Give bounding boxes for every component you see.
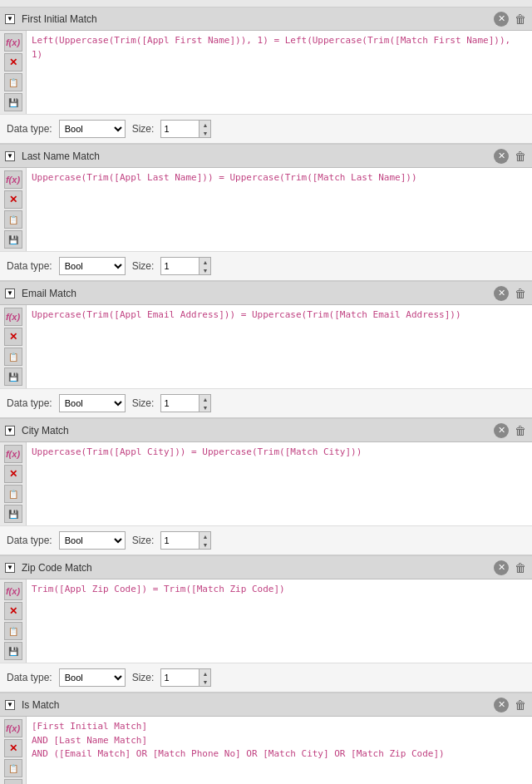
size-spin-city-match: ▲ ▼ [199, 532, 210, 549]
section-header-last-name-match: ▼ Last Name Match ✕ 🗑 [0, 145, 532, 168]
section-email-match: ▼ Email Match ✕ 🗑 f(x) ✕ 📋 💾 Uppercase(T… [0, 282, 532, 419]
size-input-email-match[interactable] [161, 395, 199, 412]
size-spin-down-first-initial-match[interactable]: ▼ [200, 129, 210, 137]
size-spin-down-zip-code-match[interactable]: ▼ [200, 678, 210, 686]
size-label-city-match: Size: [132, 535, 155, 546]
fx-button-city-match[interactable]: f(x) [4, 445, 22, 463]
size-input-city-match[interactable] [161, 532, 199, 549]
paste-button-city-match[interactable]: 📋 [4, 485, 22, 503]
formula-area-is-match[interactable]: [First Initial Match] AND [Last Name Mat… [27, 717, 532, 784]
clear-expr-button-city-match[interactable]: ✕ [4, 465, 22, 483]
expand-icon[interactable]: ▼ [3, 424, 17, 437]
size-spin-first-initial-match: ▲ ▼ [199, 121, 210, 137]
data-type-label-city-match: Data type: [7, 535, 52, 546]
delete-button-first-initial-match[interactable]: 🗑 [512, 11, 529, 27]
formula-text-last-name-match: Uppercase(Trim([Appl Last Name])) = Uppe… [32, 171, 527, 185]
clear-button-is-match[interactable]: ✕ [494, 698, 509, 713]
size-input-last-name-match[interactable] [161, 258, 199, 274]
formula-area-last-name-match[interactable]: Uppercase(Trim([Appl Last Name])) = Uppe… [27, 168, 532, 251]
chevron-icon: ▼ [5, 700, 15, 710]
paste-button-is-match[interactable]: 📋 [4, 759, 22, 777]
fx-button-email-match[interactable]: f(x) [4, 308, 22, 326]
section-body-city-match: f(x) ✕ 📋 💾 Uppercase(Trim([Appl City])) … [0, 442, 532, 525]
fx-button-first-initial-match[interactable]: f(x) [4, 33, 22, 52]
data-type-select-zip-code-match[interactable]: Bool String Int Float [59, 668, 126, 687]
section-body-email-match: f(x) ✕ 📋 💾 Uppercase(Trim([Appl Email Ad… [0, 305, 532, 388]
fx-button-is-match[interactable]: f(x) [4, 719, 22, 737]
size-spin-zip-code-match: ▲ ▼ [199, 669, 210, 686]
data-type-select-first-initial-match[interactable]: Bool String Int Float [59, 120, 126, 138]
expand-icon[interactable]: ▼ [3, 698, 17, 712]
expand-icon[interactable]: ▼ [3, 561, 17, 574]
clear-expr-button-zip-code-match[interactable]: ✕ [4, 602, 22, 620]
section-first-initial-match: ▼ First Initial Match ✕ 🗑 f(x) ✕ 📋 💾 Lef… [0, 7, 532, 145]
size-spin-down-email-match[interactable]: ▼ [200, 403, 210, 412]
paste-button-email-match[interactable]: 📋 [4, 348, 22, 366]
size-spin-down-city-match[interactable]: ▼ [200, 540, 210, 549]
save-button-last-name-match[interactable]: 💾 [4, 230, 22, 249]
clear-expr-button-is-match[interactable]: ✕ [4, 739, 22, 757]
clear-button-email-match[interactable]: ✕ [494, 286, 509, 301]
formula-text-city-match: Uppercase(Trim([Appl City])) = Uppercase… [32, 446, 527, 460]
fx-button-last-name-match[interactable]: f(x) [4, 170, 22, 189]
paste-button-first-initial-match[interactable]: 📋 [4, 73, 22, 91]
fx-button-zip-code-match[interactable]: f(x) [4, 582, 22, 600]
save-button-zip-code-match[interactable]: 💾 [4, 642, 22, 660]
section-header-zip-code-match: ▼ Zip Code Match ✕ 🗑 [0, 556, 532, 579]
data-type-label-first-initial-match: Data type: [7, 123, 52, 135]
size-input-wrap-email-match: ▲ ▼ [160, 394, 211, 412]
size-spin-up-email-match[interactable]: ▲ [200, 395, 210, 403]
delete-button-zip-code-match[interactable]: 🗑 [512, 560, 529, 576]
data-type-row-city-match: Data type: Bool String Int Float Size: ▲… [0, 525, 532, 555]
clear-button-last-name-match[interactable]: ✕ [494, 149, 509, 164]
expand-icon[interactable]: ▼ [3, 287, 17, 300]
size-label-zip-code-match: Size: [132, 672, 155, 683]
data-type-select-last-name-match[interactable]: Bool String Int Float [59, 257, 126, 275]
section-is-match: ▼ Is Match ✕ 🗑 f(x) ✕ 📋 💾 [First Initial… [0, 693, 532, 784]
section-body-first-initial-match: f(x) ✕ 📋 💾 Left(Uppercase(Trim([Appl Fir… [0, 31, 532, 114]
size-spin-up-city-match[interactable]: ▲ [200, 532, 210, 540]
chevron-icon: ▼ [5, 14, 15, 24]
paste-button-zip-code-match[interactable]: 📋 [4, 622, 22, 640]
data-type-select-email-match[interactable]: Bool String Int Float [59, 394, 126, 412]
formula-area-city-match[interactable]: Uppercase(Trim([Appl City])) = Uppercase… [27, 442, 532, 525]
size-input-zip-code-match[interactable] [161, 669, 199, 686]
save-button-first-initial-match[interactable]: 💾 [4, 93, 22, 111]
size-spin-up-last-name-match[interactable]: ▲ [200, 258, 210, 266]
size-input-wrap-zip-code-match: ▲ ▼ [160, 668, 211, 687]
clear-expr-button-email-match[interactable]: ✕ [4, 328, 22, 346]
save-button-city-match[interactable]: 💾 [4, 505, 22, 523]
section-body-last-name-match: f(x) ✕ 📋 💾 Uppercase(Trim([Appl Last Nam… [0, 168, 532, 251]
size-input-first-initial-match[interactable] [161, 121, 199, 137]
formula-text-is-match: [First Initial Match] AND [Last Name Mat… [32, 720, 527, 762]
formula-area-email-match[interactable]: Uppercase(Trim([Appl Email Address])) = … [27, 305, 532, 388]
size-spin-up-zip-code-match[interactable]: ▲ [200, 669, 210, 678]
formula-area-first-initial-match[interactable]: Left(Uppercase(Trim([Appl First Name])),… [27, 31, 532, 114]
delete-button-city-match[interactable]: 🗑 [512, 422, 529, 439]
clear-button-city-match[interactable]: ✕ [494, 423, 509, 438]
size-spin-down-last-name-match[interactable]: ▼ [200, 266, 210, 274]
data-type-select-city-match[interactable]: Bool String Int Float [59, 531, 126, 550]
section-title-email-match: Email Match [18, 288, 494, 299]
expand-icon[interactable]: ▼ [3, 12, 17, 26]
clear-button-zip-code-match[interactable]: ✕ [494, 560, 509, 575]
section-title-city-match: City Match [18, 425, 494, 436]
paste-button-last-name-match[interactable]: 📋 [4, 210, 22, 229]
clear-expr-button-last-name-match[interactable]: ✕ [4, 190, 22, 209]
chevron-icon: ▼ [5, 426, 15, 436]
delete-button-email-match[interactable]: 🗑 [512, 285, 529, 302]
save-button-is-match[interactable]: 💾 [4, 779, 22, 784]
delete-button-last-name-match[interactable]: 🗑 [512, 148, 529, 165]
size-spin-up-first-initial-match[interactable]: ▲ [200, 121, 210, 129]
expand-icon[interactable]: ▼ [3, 150, 17, 163]
left-icons-last-name-match: f(x) ✕ 📋 💾 [0, 168, 27, 251]
formula-area-zip-code-match[interactable]: Trim([Appl Zip Code]) = Trim([Match Zip … [27, 579, 532, 663]
chevron-icon: ▼ [5, 563, 15, 573]
data-type-row-first-initial-match: Data type: Bool String Int Float Size: ▲… [0, 114, 532, 143]
clear-expr-button-first-initial-match[interactable]: ✕ [4, 53, 22, 71]
left-icons-email-match: f(x) ✕ 📋 💾 [0, 305, 27, 388]
save-button-email-match[interactable]: 💾 [4, 367, 22, 386]
size-label-first-initial-match: Size: [132, 123, 155, 135]
delete-button-is-match[interactable]: 🗑 [512, 697, 529, 713]
clear-button-first-initial-match[interactable]: ✕ [494, 12, 509, 27]
